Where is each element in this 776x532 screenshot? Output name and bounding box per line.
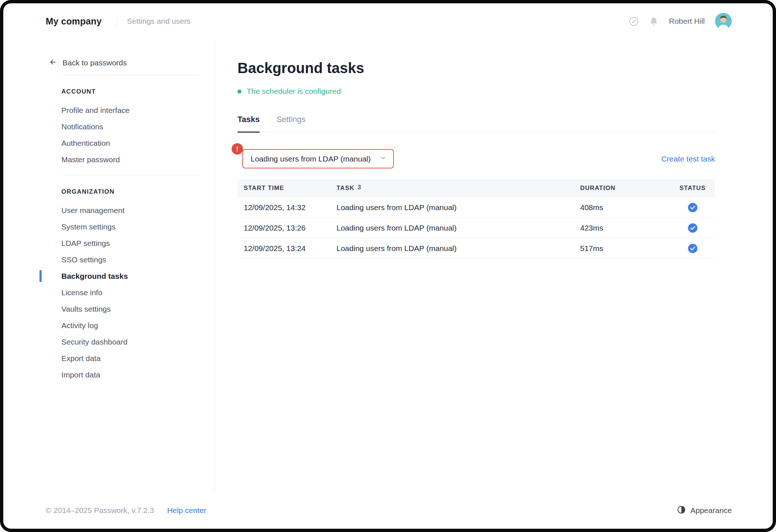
- sidebar-item-background-tasks[interactable]: Background tasks: [61, 268, 199, 284]
- column-duration: DURATION: [580, 185, 676, 192]
- sidebar-item-sso-settings[interactable]: SSO settings: [61, 251, 199, 268]
- top-header: My company Settings and users Robert Hil…: [3, 3, 773, 39]
- sidebar-item-import-data[interactable]: Import data: [61, 366, 199, 383]
- sidebar-item-user-management[interactable]: User management: [61, 202, 199, 218]
- sidebar-divider: [61, 75, 199, 75]
- column-task: TASK3: [336, 185, 580, 192]
- task-type-select-value: Loading users from LDAP (manual): [251, 155, 375, 163]
- bell-icon[interactable]: [649, 16, 659, 26]
- column-status: STATUS: [676, 185, 709, 192]
- copyright-text: © 2014–2025 Passwork, v.7.2.3: [46, 506, 154, 515]
- sidebar-item-activity-log[interactable]: Activity log: [61, 317, 199, 334]
- scheduler-status-text: The scheduler is configured: [247, 87, 341, 96]
- avatar[interactable]: [715, 13, 732, 30]
- task-controls: ! Loading users from LDAP (manual) Creat…: [237, 149, 715, 168]
- status-success-icon: [676, 202, 709, 213]
- arrow-left-icon: [49, 58, 57, 68]
- cell-duration: 517ms: [580, 244, 676, 253]
- sidebar-item-authentication[interactable]: Authentication: [61, 135, 199, 151]
- sidebar-item-license-info[interactable]: License info: [61, 284, 199, 301]
- section-title: Settings and users: [127, 17, 190, 26]
- task-count-badge: 3: [358, 184, 361, 190]
- cell-duration: 423ms: [580, 224, 676, 232]
- table-header: START TIME TASK3 DURATION STATUS: [237, 179, 715, 197]
- tasks-check-icon[interactable]: [629, 16, 639, 26]
- sidebar-item-profile-and-interface[interactable]: Profile and interface: [61, 102, 199, 118]
- scheduler-status: The scheduler is configured: [237, 87, 715, 96]
- app-window: My company Settings and users Robert Hil…: [0, 0, 776, 532]
- main-content: Background tasks The scheduler is config…: [215, 39, 773, 492]
- table-row[interactable]: 12/09/2025, 13:26 Loading users from LDA…: [237, 218, 715, 238]
- sidebar-item-notifications[interactable]: Notifications: [61, 118, 199, 135]
- back-to-passwords-link[interactable]: Back to passwords: [49, 58, 199, 68]
- appearance-contrast-icon: [677, 505, 686, 516]
- cell-duration: 408ms: [580, 203, 676, 212]
- sidebar-group-organization: ORGANIZATION: [61, 188, 199, 196]
- user-name[interactable]: Robert Hill: [669, 17, 705, 26]
- cell-task: Loading users from LDAP (manual): [336, 224, 580, 232]
- cell-task: Loading users from LDAP (manual): [336, 203, 580, 212]
- cell-start-time: 12/09/2025, 13:26: [244, 224, 336, 232]
- company-name[interactable]: My company: [46, 16, 102, 27]
- back-label: Back to passwords: [62, 58, 127, 67]
- sidebar-item-ldap-settings[interactable]: LDAP settings: [61, 235, 199, 251]
- sidebar-item-system-settings[interactable]: System settings: [61, 218, 199, 235]
- cell-start-time: 12/09/2025, 13:24: [244, 244, 336, 253]
- tasks-table: START TIME TASK3 DURATION STATUS 12/09/2…: [237, 179, 715, 259]
- sidebar-item-export-data[interactable]: Export data: [61, 350, 199, 366]
- tab-settings[interactable]: Settings: [277, 115, 306, 133]
- sidebar-item-master-password[interactable]: Master password: [61, 151, 199, 168]
- cell-task: Loading users from LDAP (manual): [336, 244, 580, 253]
- sidebar-list-account: Profile and interface Notifications Auth…: [49, 102, 199, 168]
- cell-start-time: 12/09/2025, 14:32: [244, 203, 336, 212]
- status-success-icon: [676, 243, 709, 254]
- table-row[interactable]: 12/09/2025, 13:24 Loading users from LDA…: [237, 238, 715, 259]
- error-badge-icon: !: [232, 143, 243, 155]
- sidebar-divider: [61, 175, 199, 175]
- header-divider: [116, 15, 117, 27]
- sidebar-group-account: ACCOUNT: [61, 88, 199, 96]
- header-actions: Robert Hill: [629, 13, 732, 30]
- page-title: Background tasks: [237, 59, 715, 77]
- help-center-link[interactable]: Help center: [167, 506, 206, 515]
- chevron-down-icon: [380, 155, 387, 163]
- sidebar-item-vaults-settings[interactable]: Vaults settings: [61, 301, 199, 317]
- tabs: Tasks Settings: [237, 115, 715, 132]
- task-type-select[interactable]: Loading users from LDAP (manual): [242, 149, 394, 168]
- column-start-time: START TIME: [244, 185, 336, 192]
- create-test-task-link[interactable]: Create test task: [661, 155, 715, 163]
- sidebar-item-security-dashboard[interactable]: Security dashboard: [61, 334, 199, 350]
- sidebar-list-organization: User management System settings LDAP set…: [49, 202, 199, 383]
- footer: © 2014–2025 Passwork, v.7.2.3 Help cente…: [3, 492, 773, 529]
- appearance-toggle[interactable]: Appearance: [677, 505, 732, 516]
- table-row[interactable]: 12/09/2025, 14:32 Loading users from LDA…: [237, 197, 715, 218]
- appearance-label: Appearance: [691, 506, 732, 515]
- body: Back to passwords ACCOUNT Profile and in…: [3, 39, 773, 492]
- status-dot-icon: [237, 90, 241, 94]
- status-success-icon: [676, 223, 709, 233]
- sidebar: Back to passwords ACCOUNT Profile and in…: [3, 39, 215, 492]
- tab-tasks[interactable]: Tasks: [237, 115, 260, 133]
